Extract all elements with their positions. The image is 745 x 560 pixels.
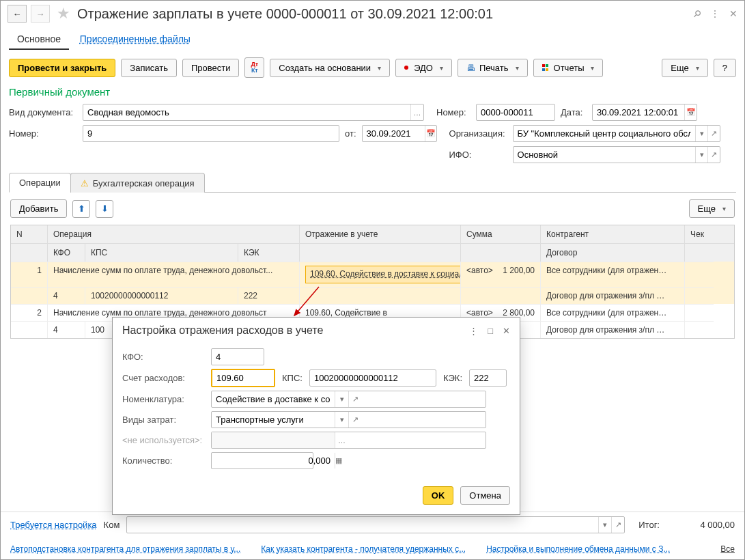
modal-nomenclature-input[interactable]: [212, 391, 335, 407]
footer-link-1[interactable]: Автоподстановка контрагента для отражени…: [10, 544, 240, 554]
footer-bar: Требуется настройка Ком ▾ ↗ Итог: 4 000,…: [1, 512, 744, 537]
ifo-label: ИФО:: [449, 150, 507, 160]
doc-type-open-icon[interactable]: …: [410, 104, 423, 120]
date-calendar-icon[interactable]: 📅: [684, 104, 697, 120]
th-n[interactable]: N: [11, 225, 48, 243]
modal-kebab-icon[interactable]: ⋮: [469, 326, 478, 336]
footer-link-all[interactable]: Все: [720, 544, 735, 554]
needs-config-link[interactable]: Требуется настройка: [10, 520, 97, 530]
post-and-close-button[interactable]: Провести и закрыть: [9, 59, 115, 77]
close-icon[interactable]: ✕: [729, 8, 737, 19]
ifo-dropdown-icon[interactable]: ▾: [695, 147, 707, 163]
date-input[interactable]: [593, 104, 684, 120]
modal-qty-calc-icon[interactable]: ▦: [335, 453, 342, 468]
ot-date-input[interactable]: [363, 126, 425, 141]
th-contract[interactable]: Договор: [541, 244, 685, 262]
footer-link-2[interactable]: Как указать контрагента - получателя уде…: [261, 544, 466, 554]
th-operation[interactable]: Операция: [48, 225, 300, 243]
tab-attached-files[interactable]: Присоединенные файлы: [72, 29, 199, 48]
modal-kfo-input[interactable]: [212, 349, 335, 365]
org-dropdown-icon[interactable]: ▾: [695, 126, 707, 141]
comment-input-wrap: ▾ ↗: [126, 516, 625, 533]
inner-tabs: Операции ⚠Бухгалтерская операция: [9, 172, 736, 193]
modal-nomenclature-open-icon[interactable]: ↗: [348, 391, 362, 407]
modal-kfo-label: КФО:: [122, 352, 204, 362]
org-input[interactable]: [514, 126, 696, 141]
form-row-doc-type: Вид документа: … Номер: Дата: 📅: [1, 102, 744, 123]
th-kek[interactable]: КЭК: [238, 244, 300, 262]
tab-operations[interactable]: Операции: [9, 173, 71, 193]
primary-doc-section-title: Первичный документ: [1, 83, 744, 102]
post-button[interactable]: Провести: [182, 59, 240, 77]
comment-dropdown-icon[interactable]: ▾: [598, 517, 611, 533]
nav-back-button[interactable]: ←: [8, 5, 27, 23]
tab-accounting-operation[interactable]: ⚠Бухгалтерская операция: [70, 173, 205, 193]
number-input[interactable]: [477, 104, 554, 120]
warning-icon: ⚠: [81, 178, 89, 188]
modal-kps-label: КПС:: [282, 373, 303, 383]
th-kfo[interactable]: КФО: [48, 244, 85, 262]
src-number-input[interactable]: [83, 126, 339, 141]
modal-maximize-icon[interactable]: □: [488, 326, 493, 336]
modal-unused-open-icon: …: [335, 432, 348, 448]
favorite-star-icon[interactable]: ★: [57, 5, 70, 23]
modal-close-icon[interactable]: ✕: [503, 326, 510, 336]
dtkt-button[interactable]: ДтКт: [244, 57, 264, 78]
modal-cancel-button[interactable]: Отмена: [460, 486, 510, 505]
table-row[interactable]: 4 10020000000000112 222 Договор для отра…: [11, 287, 734, 304]
src-number-input-wrap: [83, 125, 339, 142]
kebab-menu-icon[interactable]: ⋮: [710, 8, 720, 19]
modal-qty-input[interactable]: [212, 453, 335, 468]
src-number-label: Номер:: [9, 128, 77, 139]
move-up-button[interactable]: ⬆: [72, 200, 90, 218]
doc-type-input[interactable]: [83, 104, 410, 120]
link-icon[interactable]: ⚲: [691, 8, 703, 20]
page-title: Отражение зарплаты в учете 0000-000011 о…: [77, 6, 690, 22]
move-down-button[interactable]: ⬇: [96, 200, 113, 218]
edo-button[interactable]: ЭДО: [395, 59, 452, 77]
write-button[interactable]: Записать: [121, 59, 177, 77]
org-open-icon[interactable]: ↗: [707, 126, 720, 141]
sub-more-button[interactable]: Еще: [689, 199, 735, 218]
modal-account-label: Счет расходов:: [122, 373, 204, 383]
th-kps[interactable]: КПС: [85, 244, 238, 262]
modal-kek-label: КЭК:: [443, 373, 462, 383]
th-reflection[interactable]: Отражение в учете: [300, 225, 461, 243]
ot-calendar-icon[interactable]: 📅: [425, 126, 436, 141]
number-label: Номер:: [436, 107, 470, 117]
help-button[interactable]: ?: [714, 59, 736, 77]
comment-label: Ком: [104, 520, 120, 530]
tab-main[interactable]: Основное: [9, 29, 69, 50]
org-input-wrap: ▾ ↗: [513, 125, 720, 142]
nav-forward-button[interactable]: →: [31, 5, 50, 23]
more-button[interactable]: Еще: [662, 59, 707, 77]
th-check[interactable]: Чек: [685, 225, 714, 243]
ifo-open-icon[interactable]: ↗: [707, 147, 720, 163]
add-button[interactable]: Добавить: [10, 199, 67, 218]
create-based-on-button[interactable]: Создать на основании: [270, 59, 390, 77]
modal-cost-types-dropdown-icon[interactable]: ▾: [335, 412, 348, 428]
modal-qty-label: Количество:: [122, 456, 204, 466]
comment-open-icon[interactable]: ↗: [611, 517, 624, 533]
total-value: 4 000,00: [666, 520, 735, 530]
ifo-input[interactable]: [514, 147, 696, 163]
footer-link-3[interactable]: Настройка и выполнение обмена данными с …: [486, 544, 670, 554]
reflection-cell-editing[interactable]: 109.60, Содействие в доставке к социальн…: [305, 266, 461, 283]
reports-button[interactable]: Отчеты: [533, 59, 604, 77]
table-row[interactable]: 1 Начисление сумм по оплате труда, денеж…: [11, 262, 734, 287]
reports-icon: [542, 64, 550, 72]
modal-ok-button[interactable]: OK: [423, 486, 454, 505]
modal-cost-types-input[interactable]: [212, 412, 335, 428]
print-button[interactable]: 🖶Печать: [458, 59, 528, 77]
modal-kps-input[interactable]: [310, 370, 433, 386]
modal-nomenclature-dropdown-icon[interactable]: ▾: [335, 391, 348, 407]
comment-input[interactable]: [127, 517, 598, 533]
org-label: Организация:: [449, 128, 507, 139]
modal-kek-input[interactable]: [470, 370, 593, 386]
th-sum[interactable]: Сумма: [461, 225, 541, 243]
sub-toolbar: Добавить ⬆ ⬇ Еще: [1, 193, 744, 225]
modal-cost-types-open-icon[interactable]: ↗: [348, 412, 362, 428]
th-counterparty[interactable]: Контрагент: [541, 225, 685, 243]
titlebar: ← → ★ Отражение зарплаты в учете 0000-00…: [1, 1, 744, 27]
modal-unused-input: [212, 432, 335, 448]
